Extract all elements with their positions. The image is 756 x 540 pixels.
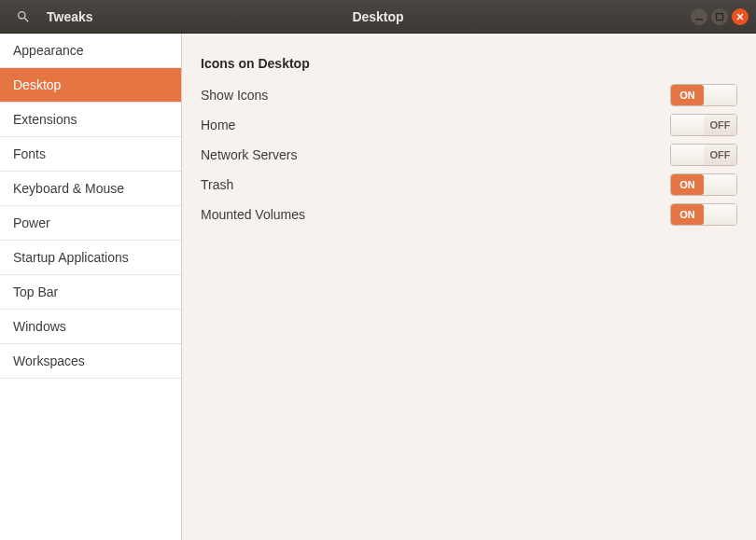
page-title: Desktop bbox=[352, 9, 403, 24]
content-pane: Icons on Desktop Show IconsONHomeOFFNetw… bbox=[182, 34, 756, 540]
sidebar-item-startup-applications[interactable]: Startup Applications bbox=[0, 241, 181, 275]
toggle-trash[interactable]: ON bbox=[670, 173, 737, 196]
titlebar-left: Tweaks bbox=[0, 7, 93, 27]
sidebar-item-label: Power bbox=[13, 215, 50, 230]
toggle-off-half bbox=[704, 85, 736, 105]
maximize-button[interactable] bbox=[711, 8, 728, 25]
sidebar-item-label: Startup Applications bbox=[13, 250, 129, 265]
window-controls bbox=[691, 8, 756, 25]
sidebar-item-appearance[interactable]: Appearance bbox=[0, 34, 181, 68]
sidebar-item-desktop[interactable]: Desktop bbox=[0, 68, 181, 103]
sidebar-item-label: Windows bbox=[13, 319, 66, 334]
setting-row-mounted-volumes: Mounted VolumesON bbox=[201, 200, 737, 229]
maximize-icon bbox=[715, 12, 724, 21]
setting-row-network-servers: Network ServersOFF bbox=[201, 140, 737, 170]
sidebar-item-workspaces[interactable]: Workspaces bbox=[0, 344, 181, 379]
sidebar: AppearanceDesktopExtensionsFontsKeyboard… bbox=[0, 34, 182, 540]
sidebar-item-label: Workspaces bbox=[13, 353, 85, 368]
toggle-on-half bbox=[671, 145, 704, 165]
sidebar-item-extensions[interactable]: Extensions bbox=[0, 103, 181, 137]
section-title: Icons on Desktop bbox=[201, 56, 737, 71]
close-icon bbox=[735, 12, 745, 21]
setting-label: Network Servers bbox=[201, 147, 297, 162]
titlebar: Tweaks Desktop bbox=[0, 0, 756, 34]
toggle-off-half: OFF bbox=[704, 145, 736, 165]
search-button[interactable] bbox=[13, 7, 34, 27]
sidebar-item-power[interactable]: Power bbox=[0, 206, 181, 241]
toggle-off-half bbox=[704, 174, 736, 195]
setting-row-home: HomeOFF bbox=[201, 110, 737, 140]
toggle-on-half bbox=[671, 115, 704, 135]
settings-rows: Show IconsONHomeOFFNetwork ServersOFFTra… bbox=[201, 80, 737, 229]
close-button[interactable] bbox=[732, 8, 749, 25]
minimize-icon bbox=[694, 12, 704, 21]
toggle-on-half: ON bbox=[671, 174, 704, 195]
sidebar-item-label: Appearance bbox=[13, 43, 84, 58]
app-title: Tweaks bbox=[47, 9, 93, 24]
toggle-show-icons[interactable]: ON bbox=[670, 84, 737, 106]
svg-rect-0 bbox=[695, 19, 703, 21]
toggle-on-half: ON bbox=[671, 204, 704, 225]
setting-label: Mounted Volumes bbox=[201, 207, 305, 222]
toggle-mounted-volumes[interactable]: ON bbox=[670, 203, 737, 226]
sidebar-item-keyboard-mouse[interactable]: Keyboard & Mouse bbox=[0, 172, 181, 206]
sidebar-item-label: Top Bar bbox=[13, 284, 58, 299]
main-body: AppearanceDesktopExtensionsFontsKeyboard… bbox=[0, 34, 756, 540]
toggle-on-half: ON bbox=[671, 85, 704, 105]
sidebar-item-fonts[interactable]: Fonts bbox=[0, 137, 181, 172]
sidebar-item-windows[interactable]: Windows bbox=[0, 310, 181, 344]
sidebar-item-label: Extensions bbox=[13, 112, 77, 127]
svg-rect-1 bbox=[717, 13, 723, 20]
sidebar-item-label: Fonts bbox=[13, 146, 46, 161]
sidebar-item-top-bar[interactable]: Top Bar bbox=[0, 275, 181, 310]
toggle-off-half bbox=[704, 204, 736, 225]
toggle-off-half: OFF bbox=[704, 115, 736, 135]
toggle-network-servers[interactable]: OFF bbox=[670, 144, 737, 166]
setting-label: Trash bbox=[201, 177, 233, 192]
setting-label: Show Icons bbox=[201, 88, 268, 103]
setting-row-show-icons: Show IconsON bbox=[201, 80, 737, 110]
sidebar-item-label: Desktop bbox=[13, 77, 61, 92]
minimize-button[interactable] bbox=[691, 8, 707, 25]
toggle-home[interactable]: OFF bbox=[670, 114, 737, 136]
sidebar-item-label: Keyboard & Mouse bbox=[13, 181, 124, 196]
search-icon bbox=[16, 9, 31, 24]
setting-label: Home bbox=[201, 118, 235, 132]
setting-row-trash: TrashON bbox=[201, 170, 737, 200]
